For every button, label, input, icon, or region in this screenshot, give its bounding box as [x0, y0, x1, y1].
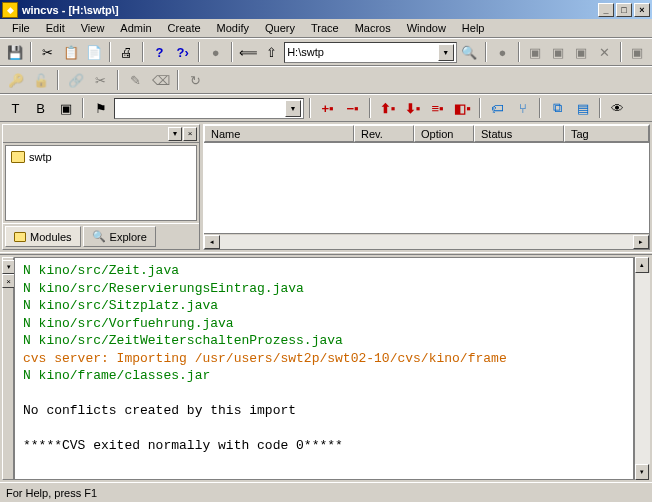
col-name[interactable]: Name: [204, 125, 354, 142]
titlebar: ◆ wincvs - [H:\swtp\] _ □ ×: [0, 0, 652, 19]
tab-explore-label: Explore: [110, 231, 147, 243]
tool-e-icon: ▣: [627, 41, 648, 63]
pane-menu-icon[interactable]: ▾: [168, 127, 182, 141]
status-icon[interactable]: ▤: [571, 97, 594, 119]
console-line: *****CVS exited normally with code 0****…: [23, 437, 625, 455]
graph-icon[interactable]: ⧉: [546, 97, 569, 119]
console-line: cvs server: Importing /usr/users/swt2p/s…: [23, 350, 625, 368]
filter-dropdown-icon[interactable]: ▼: [285, 100, 301, 117]
log-icon[interactable]: ◧▪: [451, 97, 474, 119]
right-pane: Name Rev. Option Status Tag ◂ ▸: [203, 124, 650, 250]
update-icon[interactable]: ⬇▪: [401, 97, 424, 119]
explore-icon: 🔍: [92, 230, 106, 243]
cut-icon[interactable]: ✂: [37, 41, 58, 63]
hscroll-track[interactable]: [220, 235, 633, 249]
filter-combo[interactable]: ▼: [114, 98, 304, 119]
tool-c-icon: ▣: [571, 41, 592, 63]
menu-create[interactable]: Create: [160, 20, 209, 36]
menu-trace[interactable]: Trace: [303, 20, 347, 36]
toolbar-main: 💾 ✂ 📋 📄 🖨 ? ?› ● ⟸ ⇧ ▼ 🔍 ● ▣ ▣ ▣ ✕ ▣: [0, 38, 652, 66]
col-status[interactable]: Status: [474, 125, 564, 142]
select-mode-icon[interactable]: ▣: [54, 97, 77, 119]
maximize-button[interactable]: □: [616, 3, 632, 17]
menu-query[interactable]: Query: [257, 20, 303, 36]
workspace: ▾ × swtp Modules 🔍 Explore: [0, 122, 652, 482]
link-icon: 🔗: [64, 69, 87, 91]
save-icon[interactable]: 💾: [4, 41, 25, 63]
path-dropdown-icon[interactable]: ▼: [438, 44, 454, 61]
tree-item-label: swtp: [29, 151, 52, 163]
tree-item-swtp[interactable]: swtp: [10, 150, 192, 164]
help-icon[interactable]: ?: [149, 41, 170, 63]
vscroll-track[interactable]: [635, 273, 650, 464]
window-title: wincvs - [H:\swtp\]: [22, 4, 596, 16]
tag-icon[interactable]: 🏷: [486, 97, 509, 119]
file-list[interactable]: [204, 143, 649, 233]
minimize-button[interactable]: _: [598, 3, 614, 17]
console-line: [23, 420, 625, 438]
erase-icon: ⌫: [149, 69, 172, 91]
col-tag[interactable]: Tag: [564, 125, 649, 142]
hscrollbar[interactable]: ◂ ▸: [204, 233, 649, 249]
scroll-right-icon[interactable]: ▸: [633, 235, 649, 249]
left-tabs: Modules 🔍 Explore: [3, 223, 199, 249]
console-gutter: ▾ ×: [2, 257, 14, 480]
console-line: N kino/src/ZeitWeiterschaltenProzess.jav…: [23, 332, 625, 350]
edit-icon: ✎: [124, 69, 147, 91]
module-tree[interactable]: swtp: [5, 145, 197, 221]
add-icon[interactable]: +▪: [316, 97, 339, 119]
tool-a-icon: ▣: [525, 41, 546, 63]
close-button[interactable]: ×: [634, 3, 650, 17]
path-combo[interactable]: ▼: [284, 42, 457, 63]
refresh-icon: ↻: [184, 69, 207, 91]
stop-icon: ●: [205, 41, 226, 63]
output-console[interactable]: N kino/src/Zeit.javaN kino/src/Reservier…: [14, 257, 634, 480]
app-icon: ◆: [2, 2, 18, 18]
tool-b-icon: ▣: [548, 41, 569, 63]
menu-file[interactable]: File: [4, 20, 38, 36]
branch-icon[interactable]: ⑂: [511, 97, 534, 119]
up-icon[interactable]: ⇧: [261, 41, 282, 63]
text-mode-icon[interactable]: T: [4, 97, 27, 119]
tab-modules-label: Modules: [30, 231, 72, 243]
col-option[interactable]: Option: [414, 125, 474, 142]
menu-edit[interactable]: Edit: [38, 20, 73, 36]
vscrollbar[interactable]: ▴ ▾: [634, 257, 650, 480]
menu-admin[interactable]: Admin: [112, 20, 159, 36]
binary-mode-icon[interactable]: B: [29, 97, 52, 119]
folder-icon: [14, 232, 26, 242]
left-pane-header: ▾ ×: [3, 125, 199, 143]
filter-input[interactable]: [117, 102, 285, 114]
path-input[interactable]: [287, 46, 438, 58]
copy-icon[interactable]: 📋: [60, 41, 81, 63]
console-line: N kino/src/Zeit.java: [23, 262, 625, 280]
watch-icon[interactable]: 👁: [606, 97, 629, 119]
scroll-up-icon[interactable]: ▴: [635, 257, 649, 273]
console-line: [23, 385, 625, 403]
toolbar-secondary: 🔑 🔓 🔗 ✂ ✎ ⌫ ↻: [0, 66, 652, 94]
back-icon[interactable]: ⟸: [238, 41, 259, 63]
tab-modules[interactable]: Modules: [5, 226, 81, 247]
menu-modify[interactable]: Modify: [209, 20, 257, 36]
scroll-left-icon[interactable]: ◂: [204, 235, 220, 249]
flag-icon[interactable]: ⚑: [89, 97, 112, 119]
col-rev[interactable]: Rev.: [354, 125, 414, 142]
pane-close-icon[interactable]: ×: [183, 127, 197, 141]
scroll-down-icon[interactable]: ▾: [635, 464, 649, 480]
menu-window[interactable]: Window: [399, 20, 454, 36]
context-help-icon[interactable]: ?›: [172, 41, 193, 63]
remove-icon[interactable]: −▪: [341, 97, 364, 119]
left-pane: ▾ × swtp Modules 🔍 Explore: [2, 124, 200, 250]
print-icon[interactable]: 🖨: [116, 41, 137, 63]
find-icon[interactable]: 🔍: [459, 41, 480, 63]
menu-help[interactable]: Help: [454, 20, 493, 36]
unlock-icon: 🔓: [29, 69, 52, 91]
paste-icon[interactable]: 📄: [83, 41, 104, 63]
console-line: N kino/src/Sitzplatz.java: [23, 297, 625, 315]
diff-icon[interactable]: ≡▪: [426, 97, 449, 119]
menu-macros[interactable]: Macros: [347, 20, 399, 36]
tab-explore[interactable]: 🔍 Explore: [83, 226, 156, 247]
commit-icon[interactable]: ⬆▪: [376, 97, 399, 119]
menubar: File Edit View Admin Create Modify Query…: [0, 19, 652, 38]
menu-view[interactable]: View: [73, 20, 113, 36]
